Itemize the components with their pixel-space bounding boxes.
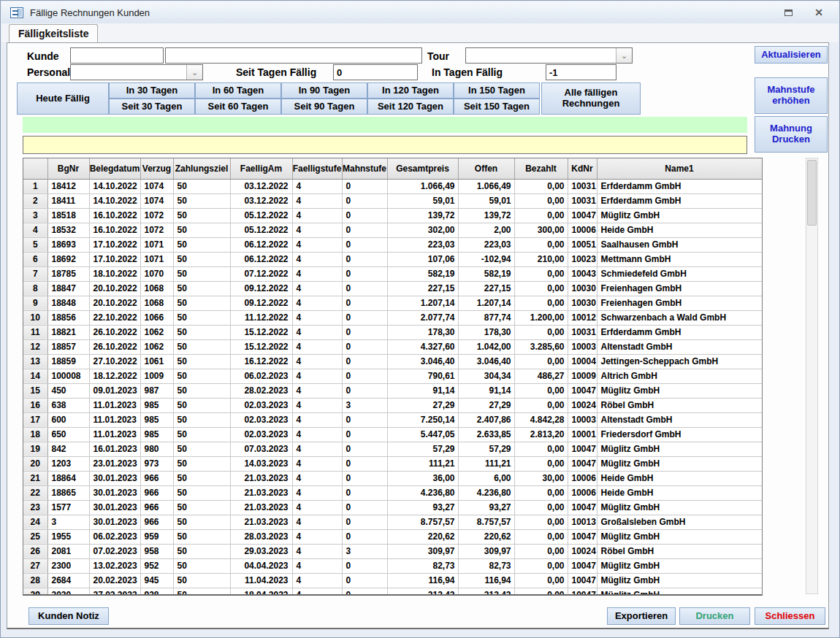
table-cell[interactable]: 1.200,00	[514, 310, 568, 325]
table-cell[interactable]: 21.03.2023	[230, 515, 292, 529]
heute-faellig-button[interactable]: Heute Fällig	[17, 82, 109, 115]
table-cell[interactable]: 212,42	[387, 588, 458, 596]
table-cell[interactable]: 1071	[140, 237, 173, 252]
table-cell[interactable]: 0	[342, 456, 387, 471]
table-cell[interactable]: 10006	[568, 223, 597, 237]
row-number-cell[interactable]: 6	[23, 252, 47, 266]
table-cell[interactable]: 09.01.2023	[89, 383, 140, 398]
table-cell[interactable]: Heide GmbH	[597, 485, 762, 500]
table-cell[interactable]: 10051	[568, 237, 597, 252]
table-cell[interactable]: 0,00	[514, 266, 568, 281]
in-120-tagen-button[interactable]: In 120 Tagen	[367, 82, 454, 99]
table-cell[interactable]: 50	[173, 500, 230, 515]
table-cell[interactable]: 966	[140, 471, 173, 485]
table-cell[interactable]: 0	[342, 427, 387, 442]
restore-window-button[interactable]	[779, 5, 798, 20]
table-cell[interactable]: 1072	[140, 208, 173, 223]
table-row[interactable]: 1410000818.12.202210095006.02.202340790,…	[23, 369, 762, 383]
table-cell[interactable]: 30.01.2023	[89, 500, 140, 515]
table-cell[interactable]: 10001	[568, 427, 597, 442]
in-30-tagen-button[interactable]: In 30 Tagen	[109, 82, 195, 99]
table-row[interactable]: 51869317.10.202210715006.12.202240223,03…	[23, 237, 762, 252]
column-header[interactable]: Zahlungsziel	[173, 158, 230, 179]
table-cell[interactable]: 0	[342, 252, 387, 266]
table-cell[interactable]: 0,00	[514, 500, 568, 515]
table-row[interactable]: 26208107.02.20239585029.03.202343309,973…	[23, 544, 762, 558]
row-number-cell[interactable]: 15	[23, 383, 47, 398]
row-number-cell[interactable]: 7	[23, 266, 47, 281]
column-header[interactable]	[23, 158, 47, 179]
table-cell[interactable]: 18.10.2022	[89, 266, 140, 281]
table-cell[interactable]: 03.12.2022	[230, 179, 292, 193]
table-cell[interactable]: 938	[140, 588, 173, 596]
table-cell[interactable]: 10023	[568, 252, 597, 266]
table-cell[interactable]: 10047	[568, 573, 597, 588]
row-number-cell[interactable]: 27	[23, 558, 47, 573]
table-cell[interactable]: 8.757,57	[458, 515, 514, 529]
row-number-cell[interactable]: 18	[23, 427, 47, 442]
table-cell[interactable]: Müglitz GmbH	[597, 529, 762, 544]
table-cell[interactable]: 4	[292, 427, 342, 442]
row-number-cell[interactable]: 28	[23, 573, 47, 588]
seit-60-tagen-button[interactable]: Seit 60 Tagen	[195, 99, 281, 115]
table-cell[interactable]: 2,00	[458, 223, 514, 237]
table-cell[interactable]: 0,00	[514, 179, 568, 193]
table-cell[interactable]: 116,94	[387, 573, 458, 588]
table-cell[interactable]: 10012	[568, 310, 597, 325]
table-cell[interactable]: Friedersdorf GmbH	[597, 427, 762, 442]
table-row[interactable]: 121885726.10.202210625015.12.2022404.327…	[23, 339, 762, 354]
table-cell[interactable]: 10047	[568, 588, 597, 596]
row-number-cell[interactable]: 14	[23, 369, 47, 383]
table-cell[interactable]: 973	[140, 456, 173, 471]
table-row[interactable]: 21841114.10.202210745003.12.20224059,015…	[23, 193, 762, 208]
table-cell[interactable]: 10013	[568, 515, 597, 529]
table-cell[interactable]: Freienhagen GmbH	[597, 296, 762, 310]
column-header[interactable]: Bezahlt	[514, 158, 568, 179]
table-cell[interactable]: 0	[342, 296, 387, 310]
drucken-button[interactable]: Drucken	[679, 607, 750, 625]
table-cell[interactable]: 111,21	[387, 456, 458, 471]
table-cell[interactable]: 4	[292, 354, 342, 369]
table-cell[interactable]: 0	[342, 485, 387, 500]
table-cell[interactable]: 300,00	[514, 223, 568, 237]
table-cell[interactable]: 11.01.2023	[89, 412, 140, 427]
table-cell[interactable]: 10030	[568, 281, 597, 296]
table-cell[interactable]: 0,00	[514, 515, 568, 529]
table-cell[interactable]: Altenstadt GmbH	[597, 339, 762, 354]
row-number-cell[interactable]: 22	[23, 485, 47, 500]
table-row[interactable]: 131885927.10.202210615016.12.2022403.046…	[23, 354, 762, 369]
table-cell[interactable]: 07.03.2023	[230, 442, 292, 456]
table-row[interactable]: 211886430.01.20239665021.03.20234036,006…	[23, 471, 762, 485]
table-cell[interactable]: 50	[173, 339, 230, 354]
table-cell[interactable]: Schwarzenbach a Wald GmbH	[597, 310, 762, 325]
table-cell[interactable]: 227,15	[387, 281, 458, 296]
table-cell[interactable]: 4	[292, 456, 342, 471]
row-number-cell[interactable]: 16	[23, 398, 47, 412]
table-cell[interactable]: Mettmann GmbH	[597, 252, 762, 266]
table-cell[interactable]: 1068	[140, 281, 173, 296]
table-cell[interactable]: 650	[47, 427, 89, 442]
table-cell[interactable]: 03.12.2022	[230, 193, 292, 208]
table-cell[interactable]: 0,00	[514, 558, 568, 573]
table-cell[interactable]: 10031	[568, 325, 597, 339]
table-cell[interactable]: 1071	[140, 252, 173, 266]
table-cell[interactable]: 06.02.2023	[89, 529, 140, 544]
table-cell[interactable]: 10031	[568, 179, 597, 193]
table-cell[interactable]: 16.01.2023	[89, 442, 140, 456]
table-cell[interactable]: 0	[342, 529, 387, 544]
table-cell[interactable]: 790,61	[387, 369, 458, 383]
table-cell[interactable]: 11.01.2023	[89, 427, 140, 442]
table-cell[interactable]: 0	[342, 325, 387, 339]
table-cell[interactable]: 18.12.2022	[89, 369, 140, 383]
table-cell[interactable]: 30.01.2023	[89, 485, 140, 500]
chevron-down-icon[interactable]: ⌄	[616, 48, 632, 63]
table-cell[interactable]: 0	[342, 369, 387, 383]
table-cell[interactable]: 0	[342, 223, 387, 237]
table-cell[interactable]: 220,62	[387, 529, 458, 544]
table-cell[interactable]: 26.10.2022	[89, 325, 140, 339]
column-header[interactable]: Mahnstufe	[342, 158, 387, 179]
schliessen-button[interactable]: Schliessen	[755, 607, 825, 625]
table-cell[interactable]: 50	[173, 398, 230, 412]
table-cell[interactable]: 36,00	[387, 471, 458, 485]
table-cell[interactable]: 0	[342, 339, 387, 354]
